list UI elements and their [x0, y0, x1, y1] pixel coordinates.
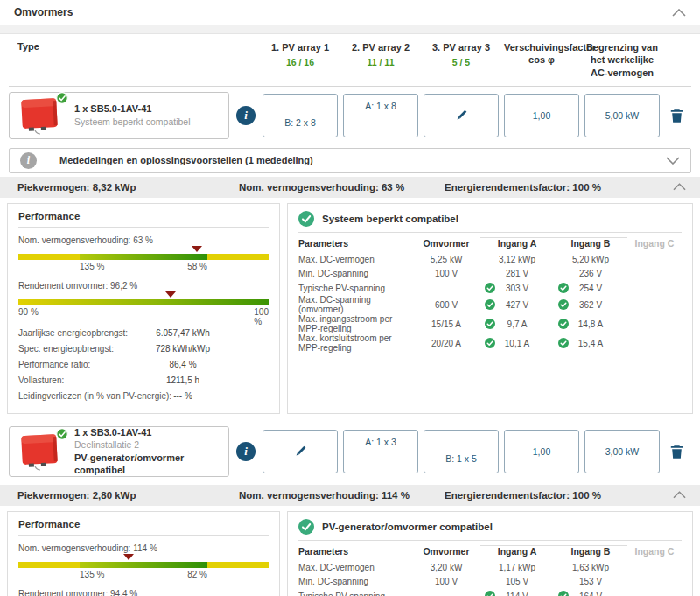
ingang-b-value: 14,8 A — [578, 319, 603, 329]
pv-array-3-count: 5 / 5 — [424, 57, 499, 69]
parameter-row: Typische PV-spanning114 V164 V — [298, 589, 682, 596]
cos-phi-box[interactable]: 1,00 — [504, 430, 579, 473]
messages-row[interactable]: i Mededelingen en oplossingsvoorstellen … — [9, 148, 691, 173]
ingang-a-value: 281 V — [506, 269, 528, 278]
messages-expand-button[interactable] — [666, 157, 680, 165]
summary-bar-2: Piekvermogen: 2,80 kWp Nom. vermogensver… — [0, 485, 700, 506]
ac-limit-box[interactable]: 3,00 kW — [584, 430, 660, 473]
inverter-subinstallation: Deelinstallatie 2 — [74, 438, 221, 451]
info-button[interactable]: i — [236, 442, 256, 461]
chevron-up-icon — [672, 9, 686, 17]
compatibility-title: Systeem beperkt compatibel — [322, 214, 458, 224]
parameter-row: Max. DC-spanning (omvormer)600 V427 V362… — [298, 295, 682, 314]
ingang-a-cell: 3,12 kWp — [480, 255, 554, 264]
pv-array-1-config-box[interactable]: B: 2 x 8 — [262, 94, 338, 137]
summary-peak-power: Piekvermogen: 2,80 kWp — [18, 490, 239, 501]
kpi-value: --- % — [122, 391, 244, 401]
inverter-device-card[interactable]: 1 x SB5.0-1AV-41 Systeem beperkt compati… — [9, 92, 229, 139]
ingang-a-cell: 114 V — [480, 592, 554, 596]
inverter-row-1: 1 x SB5.0-1AV-41 Systeem beperkt compati… — [0, 87, 700, 144]
ingang-b-cell: 153 V — [554, 577, 627, 586]
pencil-icon — [293, 445, 307, 459]
ingang-b-cell: 1,63 kWp — [554, 563, 627, 572]
ingang-a-cell: 9,7 A — [480, 319, 554, 329]
parameter-label: Min. DC-spanning — [298, 269, 412, 278]
section-divider — [0, 25, 700, 34]
ingang-a-cell: 1,17 kWp — [480, 563, 554, 572]
ingang-b-value: 153 V — [579, 577, 602, 586]
kpi-value: 728 kWh/kWp — [122, 344, 244, 354]
parameter-row: Max. kortsluitstroom per MPP-regeling20/… — [298, 333, 682, 353]
check-icon — [485, 591, 495, 596]
power-ratio-gauge — [18, 254, 269, 260]
compatibility-header: PV-generator/omvormer compatibel — [298, 519, 682, 541]
kpi-label: Vollasturen: — [18, 375, 64, 385]
detail-area-2: Performance Nom. vermogensverhouding: 11… — [0, 506, 700, 596]
chevron-up-icon — [673, 491, 686, 499]
ingang-a-cell: 303 V — [480, 284, 554, 293]
messages-label: Mededelingen en oplossingsvoorstellen (1… — [60, 155, 313, 165]
pv-array-1-count: 16 / 16 — [262, 57, 338, 69]
pv-array-2-config-box[interactable]: A: 1 x 3 — [343, 430, 418, 473]
cos-phi-box[interactable]: 1,00 — [504, 94, 579, 137]
parameter-label: Typische PV-spanning — [298, 592, 412, 596]
cos-phi-value: 1,00 — [533, 446, 550, 457]
inverter-value: 3,20 kW — [412, 563, 480, 572]
kpi-value: 86,4 % — [122, 360, 244, 369]
performance-title: Performance — [18, 519, 269, 536]
ingang-a-value: 303 V — [506, 284, 528, 293]
power-ratio-gauge-label: Nom. vermogensverhouding: 114 % — [18, 543, 269, 553]
column-header-row: Type 1. PV array 1 16 / 16 2. PV array 2… — [0, 34, 700, 79]
info-button[interactable]: i — [236, 106, 256, 125]
inverter-value: 20/20 A — [412, 339, 480, 348]
pv-array-3-config-box[interactable] — [424, 94, 499, 137]
check-icon — [485, 283, 495, 293]
check-icon — [558, 299, 569, 310]
gauge-tick: 82 % — [187, 570, 207, 579]
inverter-value: 5,25 kW — [412, 255, 480, 264]
inverter-device-card[interactable]: 1 x SB3.0-1AV-41 Deelinstallatie 2 PV-ge… — [9, 426, 229, 477]
section-collapse-button[interactable] — [672, 9, 686, 17]
parameter-row: Typische PV-spanning303 V254 V — [298, 281, 682, 296]
ingang-b-cell: 164 V — [554, 592, 627, 596]
power-ratio-gauge-label: Nom. vermogensverhouding: 63 % — [18, 235, 269, 245]
ingang-b-value: 15,4 A — [578, 339, 603, 348]
check-circle-icon — [298, 211, 314, 227]
pv-array-1-config-box[interactable] — [262, 430, 338, 473]
summary-power-ratio: Nom. vermogensverhouding: 114 % — [239, 490, 444, 501]
compatibility-title: PV-generator/omvormer compatibel — [322, 522, 493, 532]
compatibility-header: Systeem beperkt compatibel — [298, 211, 682, 233]
performance-kpi-list: Jaarlijkse energieopbrengst:6.057,47 kWh… — [18, 326, 269, 404]
parameter-row: Max. ingangsstroom per MPP-regeling15/15… — [298, 314, 682, 333]
col-parameters: Parameters — [298, 546, 412, 557]
ingang-b-value: 5,20 kWp — [572, 255, 609, 264]
gauge-marker-icon — [192, 246, 202, 252]
parameters-table-header: Parameters Omvormer Ingang A Ingang B In… — [298, 543, 682, 560]
parameter-row: Max. DC-vermogen5,25 kW3,12 kWp5,20 kWp — [298, 252, 682, 267]
ingang-a-cell: 427 V — [480, 300, 554, 310]
status-badge-check-icon — [56, 92, 68, 104]
power-ratio-gauge-ticks: 135 % 82 % — [18, 570, 269, 581]
delete-inverter-button[interactable] — [665, 108, 688, 123]
ingang-b-value: 254 V — [579, 284, 602, 293]
summary-energy-factor: Energierendementsfactor: 100 % — [444, 490, 668, 501]
col-ingang-b: Ingang B — [554, 545, 627, 557]
check-icon — [558, 591, 569, 596]
string-config-value: B: 2 x 8 — [263, 117, 337, 128]
parameters-table: Parameters Omvormer Ingang A Ingang B In… — [298, 235, 682, 354]
summary-energy-factor: Energierendementsfactor: 100 % — [444, 182, 668, 193]
summary-collapse-button[interactable] — [673, 183, 686, 191]
gauge-marker-icon — [123, 554, 134, 560]
compatibility-panel: Systeem beperkt compatibel Parameters Om… — [287, 203, 693, 414]
string-config-value: A: 1 x 8 — [344, 101, 417, 111]
pv-array-3-config-box[interactable]: B: 1 x 5 — [424, 430, 499, 473]
check-icon — [558, 319, 569, 329]
ac-limit-box[interactable]: 5,00 kW — [584, 94, 660, 137]
summary-collapse-button[interactable] — [673, 491, 686, 499]
pv-array-2-config-box[interactable]: A: 1 x 8 — [343, 94, 418, 137]
ingang-a-value: 10,1 A — [505, 339, 529, 348]
delete-inverter-button[interactable] — [665, 444, 688, 459]
ingang-b-value: 362 V — [579, 300, 602, 310]
check-icon — [485, 338, 495, 348]
inverter-name: 1 x SB5.0-1AV-41 — [74, 102, 190, 116]
